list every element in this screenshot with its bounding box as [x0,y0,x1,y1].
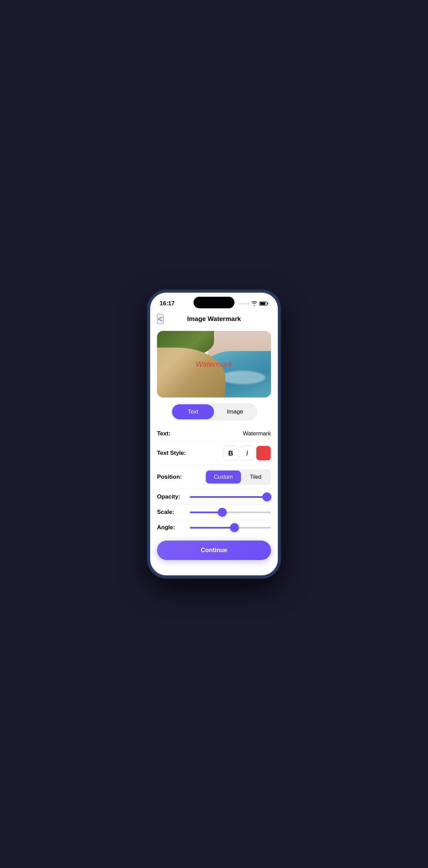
back-button[interactable]: < [157,314,163,324]
opacity-row: Opacity: [157,489,271,505]
signal-dots-icon [239,303,249,305]
italic-button[interactable]: I [240,446,255,461]
page-title: Image Watermark [187,315,241,323]
text-style-row: Text Style: B I [157,442,271,465]
text-style-label: Text Style: [157,450,186,457]
dynamic-island [194,297,234,308]
text-value[interactable]: Watermark [243,430,271,437]
tab-switcher: Text Image [171,403,257,421]
status-time: 16:17 [160,300,174,307]
angle-slider[interactable] [190,527,271,529]
status-icons [239,301,268,306]
phone-frame: 16:17 [147,290,281,578]
nav-bar: < Image Watermark [150,310,278,328]
scale-slider[interactable] [190,512,271,513]
bold-button[interactable]: B [223,446,238,461]
color-picker-button[interactable] [256,446,271,461]
tiled-position-button[interactable]: Tiled [242,471,270,484]
beach-scene: Watermark [157,331,271,397]
text-style-controls: B I [223,446,271,461]
text-label: Text: [157,430,170,437]
scale-row: Scale: [157,505,271,520]
phone-inner: 16:17 [150,293,278,575]
position-row: Position: Custom Tiled [157,465,271,489]
settings-panel: Text: Watermark Text Style: B I Position… [150,426,278,535]
scale-label: Scale: [157,509,184,516]
beach-foam [220,371,266,384]
tab-image[interactable]: Image [214,404,256,419]
battery-icon [259,301,268,306]
angle-row: Angle: [157,520,271,535]
angle-label: Angle: [157,524,184,531]
position-toggle: Custom Tiled [204,469,271,485]
svg-rect-1 [268,303,268,305]
continue-button[interactable]: Continue [157,541,271,560]
opacity-label: Opacity: [157,493,184,500]
custom-position-button[interactable]: Custom [206,471,241,484]
text-setting-row: Text: Watermark [157,426,271,442]
wifi-icon [251,301,257,306]
opacity-slider[interactable] [190,496,271,498]
svg-rect-2 [260,303,266,305]
position-label: Position: [157,474,182,480]
tab-text[interactable]: Text [172,404,214,419]
image-preview: Watermark [157,331,271,397]
